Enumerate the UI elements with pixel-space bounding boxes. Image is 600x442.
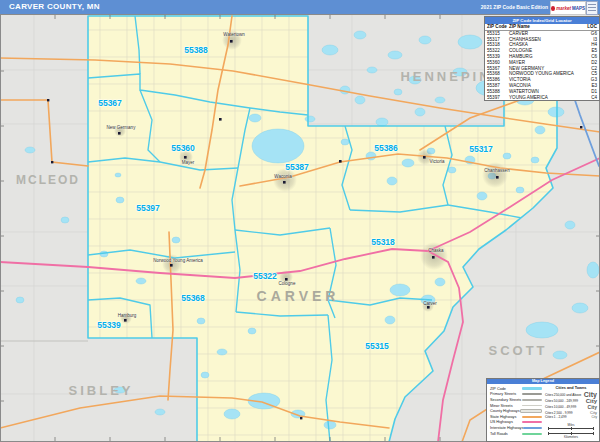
city-label-carver: Carver xyxy=(423,301,437,306)
zip-label-55315: 55315 xyxy=(365,341,389,351)
col-loc: LOC xyxy=(585,24,597,30)
city-size-label: Cities 1 - 2,499 xyxy=(545,415,566,419)
legend-item-label: Interstate Highways xyxy=(490,426,523,430)
city-label-new-germany: New Germany xyxy=(107,125,136,130)
line-sample xyxy=(523,427,542,429)
edition-label: 2021 ZIP Code Basic Edition xyxy=(481,4,548,10)
zip-label-55388: 55388 xyxy=(184,45,208,55)
city-size-label: Cities 250,000 and Above xyxy=(545,393,581,397)
legend-city-item: Cities 1 - 2,499City xyxy=(545,415,597,419)
cities-and-towns-title: Cities and Towns xyxy=(545,386,597,390)
city-label-hamburg: Hamburg xyxy=(118,313,137,318)
map-legend: Map Legend ZIP Code Primary Streets Seco… xyxy=(486,378,600,442)
city-label-watertown: Watertown xyxy=(223,32,244,37)
line-sample xyxy=(522,399,542,401)
zip-label-55397: 55397 xyxy=(136,203,160,213)
legend-item: Toll Roads xyxy=(490,431,542,437)
legend-item-label: US Highways xyxy=(490,420,513,424)
logo-brand-left: market xyxy=(556,6,571,11)
city-label-chanhassen: Chanhassen xyxy=(484,168,509,173)
legend-title: Map Legend xyxy=(487,379,599,384)
county-label-sibley: SIBLEY xyxy=(69,383,134,398)
logo-globe-icon xyxy=(551,6,555,11)
map-sheet: HENNEPIN MCLEOD CARVER SIBLEY SCOTT 5538… xyxy=(0,0,600,442)
city-sample: City xyxy=(592,415,598,419)
zip-label-55360: 55360 xyxy=(171,143,195,153)
zip-label-55318: 55318 xyxy=(371,237,395,247)
city-label-waconia: Waconia xyxy=(274,174,291,179)
county-label-mcleod: MCLEOD xyxy=(16,173,80,187)
line-sample xyxy=(522,416,542,418)
city-label-mayer: Mayer xyxy=(182,160,195,165)
scale-bars: Miles Kilometers xyxy=(545,423,597,439)
zip-label-55317: 55317 xyxy=(469,144,493,154)
county-label-carver: CARVER xyxy=(257,288,340,304)
legend-item-label: Toll Roads xyxy=(490,432,508,436)
zip-label-55386: 55386 xyxy=(374,143,398,153)
county-label-scott: SCOTT xyxy=(488,343,547,358)
line-sample xyxy=(522,405,542,406)
city-sample: City xyxy=(584,391,597,398)
county-label-hennepin: HENNEPIN xyxy=(400,69,491,84)
cell-zip: 55397 xyxy=(487,95,509,101)
line-sample xyxy=(522,433,542,435)
legend-item-label: Minor Streets xyxy=(490,404,513,408)
legend-item-label: ZIP Code xyxy=(490,387,506,391)
zip-label-55339: 55339 xyxy=(97,320,121,330)
legend-item-label: Primary Streets xyxy=(490,392,516,396)
legend-item-label: State Highways xyxy=(490,415,516,419)
legend-city-item: Cities 250,000 and AboveCity xyxy=(545,391,597,398)
zip-index-table: ZIP Code Index/Grid Locator ZIP Code ZIP… xyxy=(484,16,600,101)
scale-bar-km xyxy=(548,432,594,435)
legend-item-label: Secondary Streets xyxy=(490,398,521,402)
page-title: CARVER COUNTY, MN xyxy=(9,2,100,11)
scale-km-label: Kilometers xyxy=(545,435,597,439)
city-label-chaska: Chaska xyxy=(428,248,443,253)
zip-index-title: ZIP Code Index/Grid Locator xyxy=(485,17,599,24)
scale-bar-miles xyxy=(548,427,594,430)
edition-badge xyxy=(586,1,598,15)
city-label-cologne: Cologne xyxy=(279,281,296,286)
publisher-logo: market MAPS xyxy=(550,1,586,15)
line-sample xyxy=(522,387,542,390)
city-label-victoria: Victoria xyxy=(430,159,445,164)
col-zip-code: ZIP Code xyxy=(487,24,509,30)
logo-brand-right: MAPS xyxy=(572,6,585,11)
legend-cities: Cities and Towns Cities 250,000 and Abov… xyxy=(545,386,597,419)
cell-loc: C4 xyxy=(585,95,597,101)
line-sample xyxy=(522,393,542,395)
city-size-label: Cities 50,000 - 249,999 xyxy=(545,399,578,403)
zip-label-55368: 55368 xyxy=(181,293,205,303)
cell-name: YOUNG AMERICA xyxy=(509,95,585,101)
zip-label-55322: 55322 xyxy=(253,271,277,281)
legend-item-label: County Highways xyxy=(490,409,520,413)
col-zip-name: ZIP Name xyxy=(509,24,585,30)
line-sample xyxy=(520,409,542,413)
title-bar: CARVER COUNTY, MN 2021 ZIP Code Basic Ed… xyxy=(0,0,600,14)
zip-index-header-row: ZIP Code ZIP Name LOC xyxy=(485,24,599,31)
city-label-norwood-young-america: Norwood Young America xyxy=(153,258,202,263)
city-size-label: Cities 2,500 - 9,999 xyxy=(545,411,573,415)
line-sample xyxy=(522,421,542,423)
zip-label-55367: 55367 xyxy=(98,98,122,108)
table-row: 55397YOUNG AMERICAC4 xyxy=(485,95,599,101)
zip-label-55387: 55387 xyxy=(285,162,309,172)
legend-road-types: ZIP Code Primary Streets Secondary Stree… xyxy=(490,386,542,436)
city-size-label: Cities 10,000 - 49,999 xyxy=(545,405,576,409)
